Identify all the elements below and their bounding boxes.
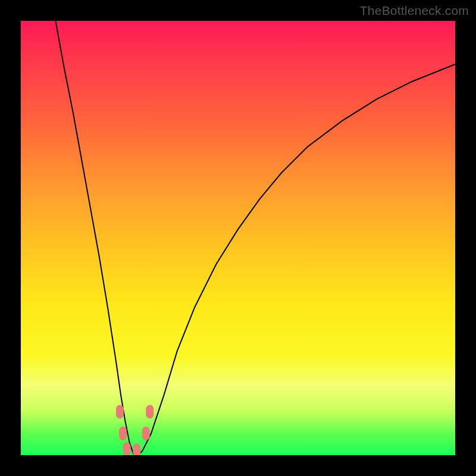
curve-markers	[116, 405, 153, 455]
bottleneck-curve	[55, 21, 455, 455]
curve-marker	[142, 427, 149, 440]
curve-marker	[116, 405, 123, 418]
chart-container: TheBottleneck.com	[0, 0, 476, 476]
curve-marker	[133, 444, 140, 455]
curve-marker	[120, 427, 127, 440]
chart-svg	[21, 21, 455, 455]
curve-marker	[123, 443, 130, 455]
watermark-text: TheBottleneck.com	[360, 4, 469, 18]
plot-area	[21, 21, 455, 455]
curve-marker	[146, 405, 154, 418]
